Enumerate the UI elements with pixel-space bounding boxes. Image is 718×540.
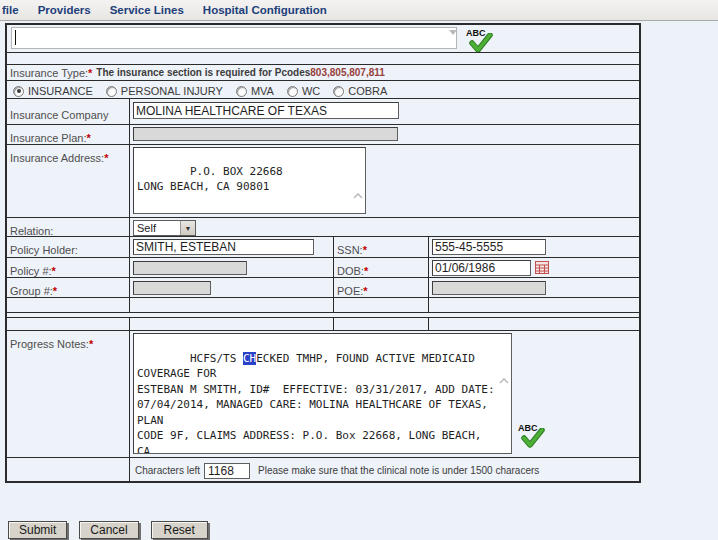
required-asterisk: * — [52, 265, 56, 277]
characters-left-label: Characters left — [135, 465, 200, 476]
policy-holder-input[interactable]: SMITH, ESTEBAN — [133, 239, 314, 255]
radio-button-icon — [236, 86, 247, 97]
insurance-plan-input-disabled — [133, 127, 398, 141]
progress-notes-label: Progress Notes: — [10, 338, 89, 350]
chevron-up-icon[interactable] — [499, 346, 509, 354]
required-asterisk: * — [363, 244, 367, 256]
ssn-label: SSN: — [337, 244, 363, 256]
menu-item-service-lines[interactable]: Service Lines — [110, 4, 184, 16]
progress-notes-text: ECKED TMHP, FOUND ACTIVE MEDICAID COVERA… — [137, 352, 495, 455]
insurance-plan-label: Insurance Plan: — [10, 132, 86, 144]
required-asterisk: * — [364, 265, 368, 277]
progress-notes-textarea[interactable]: HCFS/TS CHECKED TMHP, FOUND ACTIVE MEDIC… — [133, 333, 512, 454]
insurance-company-input[interactable]: MOLINA HEALTHCARE OF TEXAS — [133, 102, 399, 119]
text-caret — [15, 30, 16, 45]
reset-button[interactable]: Reset — [151, 521, 208, 539]
cancel-button[interactable]: Cancel — [79, 521, 138, 539]
required-asterisk: * — [88, 67, 92, 80]
dob-label: DOB: — [337, 265, 364, 277]
required-asterisk: * — [53, 285, 57, 297]
insurance-type-label: Insurance Type: — [10, 67, 88, 80]
insurance-type-header-row: Insurance Type:* The insurance section i… — [7, 64, 639, 80]
relation-row: Relation: Self ▼ — [7, 217, 639, 236]
policy-number-label: Policy #: — [10, 265, 52, 277]
chevron-down-icon[interactable] — [499, 427, 509, 435]
characters-left-row: Characters left 1168 Please make sure th… — [7, 457, 639, 481]
dob-input[interactable]: 01/06/1986 — [432, 260, 531, 276]
insurance-address-row: Insurance Address:* P.O. BOX 22668 LONG … — [7, 144, 639, 217]
empty-row — [7, 317, 639, 330]
radio-insurance[interactable]: INSURANCE — [13, 85, 93, 97]
radio-label: PERSONAL INJURY — [121, 85, 223, 97]
insurance-address-label: Insurance Address: — [10, 152, 104, 164]
radio-label: INSURANCE — [28, 85, 93, 97]
group-number-row: Group #:* POE:* — [7, 277, 639, 297]
chevron-down-icon[interactable] — [449, 30, 457, 35]
radio-button-icon — [106, 86, 117, 97]
radio-wc[interactable]: WC — [287, 85, 320, 97]
required-asterisk: * — [363, 285, 367, 297]
green-checkmark-icon — [521, 428, 545, 449]
insurance-company-row: Insurance Company Name:* MOLINA HEALTHCA… — [7, 98, 639, 124]
characters-left-input[interactable]: 1168 — [204, 463, 250, 479]
insurance-type-radio-row: INSURANCE PERSONAL INJURY MVA WC COBRA — [7, 80, 639, 98]
ssn-input[interactable]: 555-45-5555 — [432, 239, 546, 255]
green-checkmark-icon — [469, 33, 493, 54]
policy-holder-row: Policy Holder: SMITH, ESTEBAN SSN:* 555-… — [7, 236, 639, 257]
required-asterisk: * — [86, 132, 90, 144]
policy-holder-label: Policy Holder: — [10, 244, 78, 256]
menu-item-hospital-configuration[interactable]: Hospital Configuration — [203, 4, 327, 16]
menu-item-file[interactable]: file — [2, 4, 19, 16]
progress-notes-selected-text: CH — [243, 352, 256, 365]
characters-left-note: Please make sure that the clinical note … — [258, 465, 539, 476]
top-note-row: ABC — [7, 25, 639, 52]
poe-label: POE: — [337, 285, 363, 297]
insurance-form-table: ABC Insurance Type:* The insurance secti… — [5, 23, 641, 483]
radio-personal-injury[interactable]: PERSONAL INJURY — [106, 85, 223, 97]
top-menu-bar: file Providers Service Lines Hospital Co… — [0, 0, 718, 21]
radio-button-icon — [287, 86, 298, 97]
radio-button-icon — [333, 86, 344, 97]
radio-label: WC — [302, 85, 320, 97]
insurance-plan-row: Insurance Plan:* — [7, 124, 639, 144]
insurance-type-note: The insurance section is required for Pc… — [96, 67, 310, 80]
submit-button[interactable]: Submit — [8, 521, 67, 539]
top-note-textarea[interactable] — [11, 27, 457, 49]
radio-mva[interactable]: MVA — [236, 85, 274, 97]
relation-select[interactable]: Self ▼ — [133, 220, 196, 236]
group-number-input-disabled — [133, 281, 211, 295]
group-number-label: Group #: — [10, 285, 53, 297]
insurance-address-textarea[interactable]: P.O. BOX 22668 LONG BEACH, CA 90801 — [133, 147, 366, 214]
menu-item-providers[interactable]: Providers — [38, 4, 91, 16]
policy-number-row: Policy #:* DOB:* 01/06/1986 — [7, 257, 639, 277]
policy-number-input-disabled — [133, 261, 247, 275]
calendar-icon[interactable] — [535, 260, 549, 273]
insurance-address-text: P.O. BOX 22668 LONG BEACH, CA 90801 — [137, 165, 283, 193]
required-asterisk: * — [104, 152, 108, 164]
radio-label: COBRA — [348, 85, 387, 97]
chevron-down-icon: ▼ — [180, 221, 195, 235]
radio-label: MVA — [251, 85, 274, 97]
empty-row — [7, 297, 639, 312]
insurance-type-note-codes: 803,805,807,811 — [310, 67, 385, 80]
poe-input-disabled — [432, 281, 546, 295]
spacer-row — [7, 52, 639, 64]
required-asterisk: * — [89, 338, 93, 350]
progress-notes-text: HCFS/TS — [190, 352, 243, 365]
spellcheck-button[interactable]: ABC — [518, 423, 548, 451]
progress-notes-row: Progress Notes:* HCFS/TS CHECKED TMHP, F… — [7, 330, 639, 457]
relation-selected-value: Self — [137, 222, 156, 234]
chevron-down-icon[interactable] — [353, 201, 363, 209]
radio-button-icon — [13, 86, 24, 97]
chevron-up-icon[interactable] — [353, 162, 363, 170]
radio-cobra[interactable]: COBRA — [333, 85, 387, 97]
form-actions: Submit Cancel Reset — [8, 521, 208, 539]
